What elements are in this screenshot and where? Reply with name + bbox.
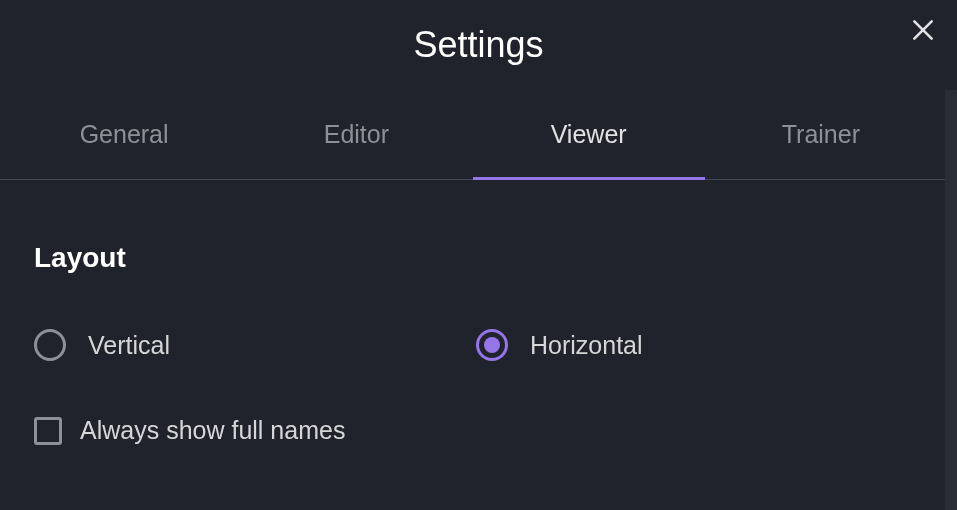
close-button[interactable] — [907, 14, 939, 46]
tab-viewer[interactable]: Viewer — [473, 90, 705, 179]
radio-indicator-vertical — [34, 329, 66, 361]
radio-option-vertical[interactable]: Vertical — [34, 329, 476, 361]
tab-editor[interactable]: Editor — [240, 90, 472, 179]
checkbox-show-full-names[interactable]: Always show full names — [34, 416, 923, 445]
tab-trainer[interactable]: Trainer — [705, 90, 937, 179]
close-icon — [910, 17, 936, 43]
radio-label-vertical: Vertical — [88, 331, 170, 360]
tab-general[interactable]: General — [8, 90, 240, 179]
dialog-header: Settings — [0, 0, 957, 90]
checkbox-label-full-names: Always show full names — [80, 416, 345, 445]
scrollbar[interactable] — [945, 90, 957, 510]
settings-content: Layout Vertical Horizontal Always show f… — [0, 180, 957, 445]
section-title-layout: Layout — [34, 242, 923, 274]
dialog-title: Settings — [413, 24, 543, 66]
radio-option-horizontal[interactable]: Horizontal — [476, 329, 918, 361]
checkbox-indicator — [34, 417, 62, 445]
radio-indicator-horizontal — [476, 329, 508, 361]
tabs-container: General Editor Viewer Trainer — [0, 90, 945, 180]
radio-label-horizontal: Horizontal — [530, 331, 643, 360]
layout-radio-group: Vertical Horizontal — [34, 329, 923, 361]
